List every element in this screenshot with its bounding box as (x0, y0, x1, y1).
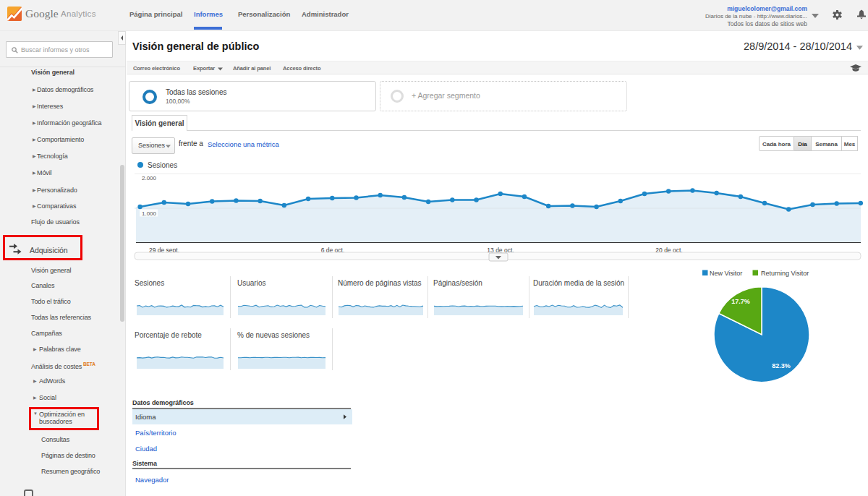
svg-text:2.000: 2.000 (142, 175, 157, 181)
svg-text:17.7%: 17.7% (731, 298, 750, 305)
svg-text:Sesiones: Sesiones (148, 161, 177, 169)
svg-text:New Visitor: New Visitor (710, 270, 742, 277)
svg-text:Returning Visitor: Returning Visitor (761, 270, 809, 277)
svg-text:1.000: 1.000 (142, 210, 157, 217)
svg-text:82.3%: 82.3% (772, 362, 791, 369)
